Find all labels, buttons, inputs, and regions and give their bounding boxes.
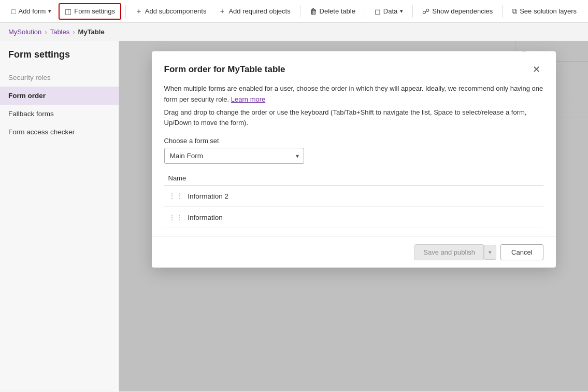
sidebar-item-form-order[interactable]: Form order: [0, 87, 119, 105]
right-panel: Type ▾ Custom Custom Custom Custom Form …: [119, 41, 588, 391]
modal-body: When multiple forms are enabled for a us…: [152, 83, 556, 236]
drag-handle-2[interactable]: ⋮⋮: [168, 213, 183, 221]
breadcrumb-sep-1: ›: [45, 28, 47, 36]
dependencies-icon: ☍: [422, 7, 429, 16]
form-settings-icon: ◫: [65, 7, 71, 16]
toolbar-separator-3: [365, 5, 365, 18]
data-button[interactable]: ◻ Data ▾: [369, 4, 408, 19]
add-required-icon: ＋: [219, 7, 226, 16]
toolbar: □ Add form ▾ ◫ Form settings ＋ Add subco…: [0, 0, 588, 23]
form-set-select-wrapper: Main Form Quick Create Card Form ▾: [164, 148, 304, 164]
table-cell-row2: ⋮⋮ Information: [164, 207, 543, 228]
modal-dialog: Form order for MyTable table ✕ When mult…: [152, 51, 556, 268]
add-form-icon: □: [11, 7, 16, 16]
add-subcomponents-icon: ＋: [135, 7, 142, 16]
modal-description-1: When multiple forms are enabled for a us…: [164, 83, 543, 105]
add-form-label: Add form: [18, 7, 46, 15]
sidebar-item-form-order-label: Form order: [8, 92, 46, 100]
breadcrumb-solution[interactable]: MySolution: [8, 28, 41, 36]
main-layout: Form settings Security roles Form order …: [0, 41, 588, 391]
sidebar-item-security-roles[interactable]: Security roles: [0, 68, 119, 87]
save-publish-dropdown: ▾: [484, 245, 496, 260]
add-form-button[interactable]: □ Add form ▾: [6, 4, 56, 19]
sidebar-title: Form settings: [0, 49, 119, 68]
add-form-chevron: ▾: [48, 8, 51, 15]
see-solution-layers-label: See solution layers: [520, 7, 577, 15]
learn-more-link[interactable]: Learn more: [231, 95, 265, 103]
delete-table-label: Delete table: [320, 7, 355, 15]
modal-footer: Save and publish ▾ Cancel: [152, 236, 556, 268]
table-header-name: Name: [164, 171, 543, 186]
breadcrumb-sep-2: ›: [73, 28, 75, 36]
modal-header: Form order for MyTable table ✕: [152, 51, 556, 83]
modal-overlay: Form order for MyTable table ✕ When mult…: [119, 41, 588, 391]
form-set-select[interactable]: Main Form Quick Create Card Form: [164, 148, 304, 164]
toolbar-separator-4: [412, 5, 413, 18]
sidebar-item-fallback-forms-label: Fallback forms: [8, 110, 54, 118]
table-row: ⋮⋮ Information: [164, 207, 543, 228]
data-chevron: ▾: [400, 8, 403, 15]
save-publish-button: Save and publish: [414, 244, 484, 260]
form-set-label: Choose a form set: [164, 137, 543, 145]
save-publish-group: Save and publish ▾: [414, 244, 496, 260]
sidebar-item-fallback-forms[interactable]: Fallback forms: [0, 105, 119, 123]
show-dependencies-button[interactable]: ☍ Show dependencies: [417, 4, 498, 19]
save-publish-label: Save and publish: [423, 248, 475, 256]
sidebar-item-form-access-checker[interactable]: Form access checker: [0, 123, 119, 141]
modal-description-2: Drag and drop to change the order or use…: [164, 107, 543, 129]
sidebar: Form settings Security roles Form order …: [0, 41, 119, 391]
drag-handle-1[interactable]: ⋮⋮: [168, 192, 183, 200]
modal-close-button[interactable]: ✕: [529, 62, 543, 77]
toolbar-separator-1: [125, 5, 126, 18]
modal-desc-text-1: When multiple forms are enabled for a us…: [164, 85, 543, 103]
breadcrumb-current: MyTable: [78, 28, 105, 36]
add-required-objects-button[interactable]: ＋ Add required objects: [213, 4, 295, 19]
form-name-1: Information 2: [188, 192, 228, 200]
forms-table: Name ⋮⋮ Information 2: [164, 171, 543, 228]
modal-title: Form order for MyTable table: [164, 64, 285, 75]
data-icon: ◻: [375, 7, 381, 16]
sidebar-item-security-roles-label: Security roles: [8, 74, 51, 81]
delete-table-button[interactable]: 🗑 Delete table: [305, 4, 361, 19]
see-solution-layers-button[interactable]: ⧉ See solution layers: [507, 4, 582, 19]
form-name-2: Information: [188, 214, 223, 221]
table-row: ⋮⋮ Information 2: [164, 186, 543, 207]
add-subcomponents-label: Add subcomponents: [145, 7, 207, 15]
solution-layers-icon: ⧉: [512, 7, 517, 16]
add-required-objects-label: Add required objects: [228, 7, 290, 15]
form-settings-button[interactable]: ◫ Form settings: [59, 3, 121, 20]
table-cell-row1: ⋮⋮ Information 2: [164, 186, 543, 207]
toolbar-separator-2: [300, 5, 300, 18]
form-settings-label: Form settings: [74, 7, 115, 15]
toolbar-separator-5: [502, 5, 503, 18]
sidebar-item-form-access-checker-label: Form access checker: [8, 128, 75, 136]
cancel-button[interactable]: Cancel: [500, 244, 543, 260]
delete-icon: 🗑: [310, 7, 317, 16]
add-subcomponents-button[interactable]: ＋ Add subcomponents: [130, 4, 212, 19]
data-label: Data: [383, 7, 397, 15]
breadcrumb-tables[interactable]: Tables: [50, 28, 70, 36]
show-dependencies-label: Show dependencies: [432, 7, 493, 15]
breadcrumb: MySolution › Tables › MyTable: [0, 23, 588, 41]
